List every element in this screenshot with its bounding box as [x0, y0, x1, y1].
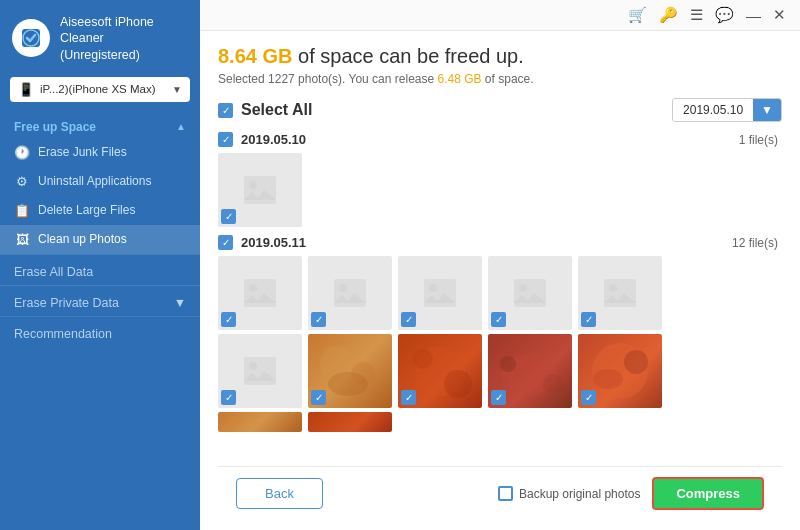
svg-point-11	[519, 284, 527, 292]
sidebar-item-erase-all[interactable]: Erase All Data	[0, 254, 200, 285]
top-bar-icons: 🛒 🔑 ☰ 💬 — ✕	[628, 6, 786, 24]
photo-checkbox-overlay[interactable]	[401, 309, 416, 327]
svg-point-5	[249, 284, 257, 292]
close-icon[interactable]: ✕	[773, 6, 786, 24]
sidebar-item-label: Delete Large Files	[38, 203, 135, 217]
cart-icon[interactable]: 🛒	[628, 6, 647, 24]
date-group-2: 2019.05.11 12 file(s)	[218, 235, 778, 432]
sidebar-item-cleanup-photos[interactable]: 🖼 Clean up Photos	[0, 225, 200, 254]
backup-checkbox[interactable]	[498, 486, 513, 501]
svg-point-7	[339, 284, 347, 292]
group1-file-count: 1 file(s)	[739, 133, 778, 147]
date-filter-value: 2019.05.10	[673, 99, 753, 121]
photo-thumb[interactable]	[578, 256, 662, 330]
photo-checkbox[interactable]	[221, 312, 236, 327]
photo-checkbox[interactable]	[311, 312, 326, 327]
sidebar-item-label: Erase Private Data	[14, 296, 119, 310]
photo-thumb[interactable]	[308, 256, 392, 330]
photo-thumb-food1[interactable]	[308, 334, 392, 408]
svg-point-3	[249, 181, 257, 189]
freed-size: 8.64 GB	[218, 45, 292, 67]
photo-checkbox-overlay[interactable]	[491, 387, 506, 405]
section-title-free-up[interactable]: Free up Space ▲	[0, 112, 200, 138]
top-bar: 🛒 🔑 ☰ 💬 — ✕	[200, 0, 800, 31]
photo-checkbox[interactable]	[221, 390, 236, 405]
page-title: 8.64 GB of space can be freed up.	[218, 45, 782, 68]
back-button[interactable]: Back	[236, 478, 323, 509]
sidebar-item-erase-private[interactable]: Erase Private Data ▼	[0, 285, 200, 316]
svg-point-15	[249, 362, 257, 370]
photo-thumb-food3[interactable]	[488, 334, 572, 408]
page-subtitle: Selected 1227 photo(s). You can release …	[218, 72, 782, 86]
release-size: 6.48 GB	[438, 72, 482, 86]
chat-icon[interactable]: 💬	[715, 6, 734, 24]
select-all-checkbox[interactable]	[218, 103, 233, 118]
sidebar-item-label: Recommendation	[14, 327, 112, 341]
svg-point-24	[543, 374, 563, 394]
group2-photos-row2	[218, 334, 778, 408]
app-status: (Unregistered)	[60, 47, 188, 63]
group2-photos-row1	[218, 256, 778, 330]
key-icon[interactable]: 🔑	[659, 6, 678, 24]
photo-checkbox-overlay[interactable]	[221, 309, 236, 327]
sidebar: Aiseesoft iPhone Cleaner (Unregistered) …	[0, 0, 200, 530]
photo-thumb[interactable]	[488, 256, 572, 330]
svg-point-18	[328, 372, 368, 396]
photo-checkbox[interactable]	[581, 390, 596, 405]
app-title-block: Aiseesoft iPhone Cleaner (Unregistered)	[60, 14, 188, 63]
photo-checkbox-overlay[interactable]	[491, 309, 506, 327]
date-dropdown-chevron[interactable]: ▼	[753, 99, 781, 121]
photo-checkbox[interactable]	[491, 390, 506, 405]
phone-icon: 📱	[18, 82, 34, 97]
date-group-header-1: 2019.05.10 1 file(s)	[218, 132, 778, 147]
svg-point-23	[500, 356, 516, 372]
file-icon: 📋	[14, 203, 30, 218]
photo-thumb[interactable]	[218, 153, 302, 227]
photo-checkbox-overlay[interactable]	[311, 309, 326, 327]
photo-checkbox[interactable]	[491, 312, 506, 327]
group2-date: 2019.05.11	[241, 235, 306, 250]
compress-button[interactable]: Compress	[652, 477, 764, 510]
sidebar-item-label: Clean up Photos	[38, 232, 127, 246]
menu-icon[interactable]: ☰	[690, 6, 703, 24]
photo-thumb[interactable]	[398, 256, 482, 330]
date-group-header-2: 2019.05.11 12 file(s)	[218, 235, 778, 250]
subtitle-text: Selected 1227 photo(s). You can release	[218, 72, 438, 86]
photo-checkbox[interactable]	[221, 209, 236, 224]
content-area: 8.64 GB of space can be freed up. Select…	[200, 31, 800, 530]
sidebar-item-delete-large[interactable]: 📋 Delete Large Files	[0, 196, 200, 225]
photo-checkbox-overlay[interactable]	[401, 387, 416, 405]
select-all-label: Select All	[241, 101, 312, 119]
sidebar-item-recommendation[interactable]: Recommendation	[0, 316, 200, 347]
sidebar-header: Aiseesoft iPhone Cleaner (Unregistered)	[0, 0, 200, 77]
group1-checkbox[interactable]	[218, 132, 233, 147]
svg-point-27	[624, 350, 648, 374]
device-selector[interactable]: 📱 iP...2)(iPhone XS Max) ▼	[10, 77, 190, 102]
group1-photos-row	[218, 153, 778, 227]
group2-checkbox[interactable]	[218, 235, 233, 250]
group2-file-count: 12 file(s)	[732, 236, 778, 250]
sidebar-item-erase-junk[interactable]: 🕐 Erase Junk Files	[0, 138, 200, 167]
select-all-row: Select All 2019.05.10 ▼	[218, 98, 782, 122]
date-filter-dropdown[interactable]: 2019.05.10 ▼	[672, 98, 782, 122]
photo-thumb-seafood[interactable]	[578, 334, 662, 408]
photo-thumb[interactable]	[218, 412, 302, 432]
svg-point-21	[444, 370, 472, 398]
photo-checkbox[interactable]	[401, 390, 416, 405]
photo-checkbox-overlay[interactable]	[311, 387, 326, 405]
group1-date: 2019.05.10	[241, 132, 306, 147]
minimize-icon[interactable]: —	[746, 7, 761, 24]
photo-checkbox-overlay[interactable]	[581, 387, 596, 405]
photo-checkbox-overlay[interactable]	[221, 206, 236, 224]
photo-checkbox[interactable]	[311, 390, 326, 405]
photo-checkbox-overlay[interactable]	[581, 309, 596, 327]
photo-thumb[interactable]	[218, 334, 302, 408]
photos-scroll[interactable]: 2019.05.10 1 file(s)	[218, 132, 782, 466]
photo-thumb[interactable]	[218, 256, 302, 330]
sidebar-item-uninstall[interactable]: ⚙ Uninstall Applications	[0, 167, 200, 196]
photo-checkbox[interactable]	[401, 312, 416, 327]
photo-checkbox-overlay[interactable]	[221, 387, 236, 405]
photo-thumb-food2[interactable]	[398, 334, 482, 408]
photo-checkbox[interactable]	[581, 312, 596, 327]
photo-thumb[interactable]	[308, 412, 392, 432]
